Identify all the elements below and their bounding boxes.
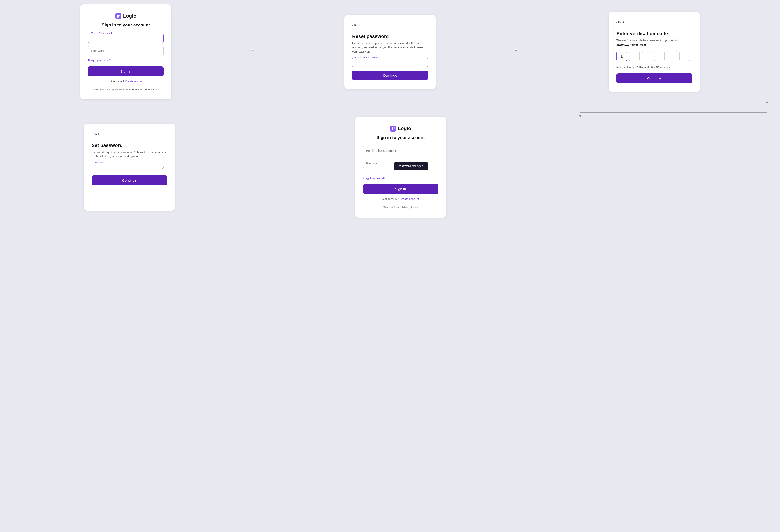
privacy-link-2[interactable]: Privacy Policy [401, 206, 418, 209]
reset-continue-button[interactable]: Continue [352, 70, 428, 80]
vertical-connector [4, 99, 776, 117]
create-account-link-2[interactable]: Create account [400, 197, 419, 201]
connector-line-2 [517, 50, 526, 50]
svg-rect-2 [119, 14, 120, 16]
set-password-continue-button[interactable]: Continue [92, 176, 167, 185]
set-password-title: Set password [92, 143, 167, 148]
code-box-5[interactable] [667, 51, 677, 61]
forgot-password-link[interactable]: Forgot password? [88, 59, 163, 62]
svg-rect-1 [117, 14, 118, 17]
signin-title: Sign in to your account [88, 22, 163, 28]
back-link-card3[interactable]: ‹ Back [617, 20, 692, 24]
verification-subtitle: The verification code has been sent to y… [617, 38, 692, 47]
create-account-text: Not account? Create account [88, 80, 163, 83]
reset-email-field-group: Email / Phone number [352, 58, 428, 67]
new-password-input[interactable] [92, 163, 167, 172]
new-password-label: Password [94, 161, 106, 164]
password-changed-toast: Password changed! [394, 162, 428, 170]
connector-arrow: → [262, 48, 265, 52]
set-password-subtitle: Password requires a minimum of 8 charact… [92, 150, 167, 158]
new-password-input-wrapper: ⊘ [92, 163, 167, 172]
logto-logo-icon-2 [390, 126, 396, 132]
privacy-link[interactable]: Privacy Policy [145, 88, 159, 91]
signin2-email-input[interactable] [363, 146, 438, 155]
email-input[interactable] [88, 34, 163, 43]
email-label: Email / Phone number [90, 32, 115, 35]
connector-circle-2 [515, 49, 517, 51]
logo-area: Logto [88, 13, 163, 19]
svg-marker-7 [579, 115, 582, 117]
email-field-group: Email / Phone number [88, 34, 163, 43]
verification-email: Jason012@gmail.com [617, 43, 646, 46]
reset-email-label: Email / Phone number [354, 56, 380, 59]
connector-arrow-2: → [526, 48, 529, 52]
code-box-1[interactable]: 1 [617, 51, 627, 61]
logto-logo-icon [115, 13, 121, 19]
logo-text: Logto [123, 13, 136, 19]
svg-rect-10 [394, 127, 395, 129]
svg-rect-9 [392, 127, 393, 130]
verification-code-card: ‹ Back Enter verification code The verif… [609, 12, 700, 92]
reset-password-card: ‹ Back Reset password Enter the email or… [344, 15, 436, 89]
signin-card: Logto Sign in to your account Email / Ph… [80, 4, 171, 99]
create-account-text-2: Not account? Create account [363, 197, 438, 201]
verification-title: Enter verification code [617, 31, 692, 37]
create-account-link[interactable]: Create account [125, 80, 144, 83]
signin-success-title: Sign in to your account [363, 135, 438, 140]
signin2-password-field-group: Password changed! [363, 159, 438, 168]
back-link-card2[interactable]: ‹ Back [352, 23, 428, 27]
connector-4-5: → [254, 165, 276, 169]
verification-continue-button[interactable]: Continue [617, 74, 692, 83]
resend-text: Not received yet? Resend after 59 second… [617, 66, 692, 69]
code-box-4[interactable] [654, 51, 665, 61]
signin2-button[interactable]: Sign in [363, 184, 438, 194]
connector-arrow-3: → [269, 165, 272, 169]
signin-button[interactable]: Sign in [88, 66, 163, 76]
terms-text: By continuing, you agree to the Terms of… [88, 88, 163, 91]
password-field-group [88, 46, 163, 55]
reset-email-input[interactable] [352, 58, 428, 67]
new-password-field-group: Password ⊘ [92, 163, 167, 172]
code-box-2[interactable] [629, 51, 639, 61]
connector-2-3: → [511, 48, 533, 52]
vertical-connector-svg [537, 99, 776, 117]
reset-password-title: Reset password [352, 34, 428, 39]
terms-row: Terms of Use Privacy Policy [363, 206, 438, 209]
logo-area-2: Logto [363, 126, 438, 132]
verification-code-boxes: 1 [617, 51, 692, 61]
connector-line-3 [260, 167, 269, 167]
connector-circle [251, 49, 253, 51]
svg-point-3 [766, 101, 768, 103]
logo-text-2: Logto [398, 126, 411, 131]
set-password-card: ‹ Back Set password Password requires a … [84, 124, 175, 211]
signin-success-card: Logto Sign in to your account Password c… [355, 117, 446, 217]
forgot-password-link-2[interactable]: Forgot password? [363, 177, 438, 180]
back-link-card4[interactable]: ‹ Back [92, 133, 167, 136]
toggle-password-icon[interactable]: ⊘ [162, 165, 164, 170]
connector-line [253, 50, 262, 50]
terms-link-2[interactable]: Terms of Use [384, 206, 399, 209]
signin2-email-field-group [363, 146, 438, 155]
reset-password-subtitle: Enter the email or phone number associat… [352, 41, 428, 54]
terms-link[interactable]: Terms of Use [125, 88, 139, 91]
code-box-6[interactable] [679, 51, 690, 61]
code-box-3[interactable] [642, 51, 652, 61]
connector-1-2: → [247, 48, 269, 52]
password-input[interactable] [88, 46, 163, 55]
connector-circle-3 [258, 166, 260, 168]
